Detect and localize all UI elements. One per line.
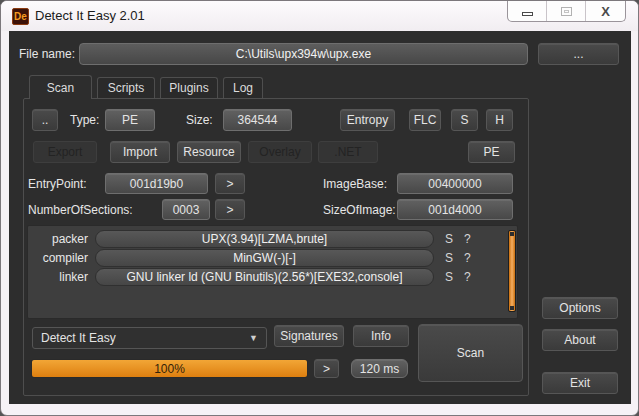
title-bar[interactable]: De Detect It Easy 2.01 X bbox=[1, 1, 638, 31]
close-button[interactable]: X bbox=[586, 1, 625, 21]
tab-scripts[interactable]: Scripts bbox=[97, 77, 155, 98]
maximize-icon bbox=[561, 7, 572, 16]
minimize-icon bbox=[522, 12, 533, 16]
scan-panel bbox=[23, 98, 529, 396]
client-area: File name: C:\Utils\upx394w\upx.exe ... … bbox=[9, 31, 631, 404]
tab-scan[interactable]: Scan bbox=[29, 75, 92, 99]
file-name-label: File name: bbox=[19, 47, 75, 61]
window-controls: X bbox=[507, 1, 626, 22]
exit-button[interactable]: Exit bbox=[542, 372, 618, 394]
options-button[interactable]: Options bbox=[542, 297, 618, 319]
about-button[interactable]: About bbox=[542, 329, 618, 351]
tab-plugins[interactable]: Plugins bbox=[160, 77, 218, 98]
browse-button[interactable]: ... bbox=[538, 43, 619, 65]
app-icon: De bbox=[12, 8, 29, 25]
maximize-button[interactable] bbox=[547, 1, 586, 21]
close-icon: X bbox=[601, 5, 610, 18]
window-title: Detect It Easy 2.01 bbox=[35, 8, 145, 23]
minimize-button[interactable] bbox=[508, 1, 547, 21]
app-window: De Detect It Easy 2.01 X File name: C:\U… bbox=[0, 0, 639, 416]
tab-log[interactable]: Log bbox=[223, 77, 263, 98]
file-path-field[interactable]: C:\Utils\upx394w\upx.exe bbox=[79, 43, 528, 65]
